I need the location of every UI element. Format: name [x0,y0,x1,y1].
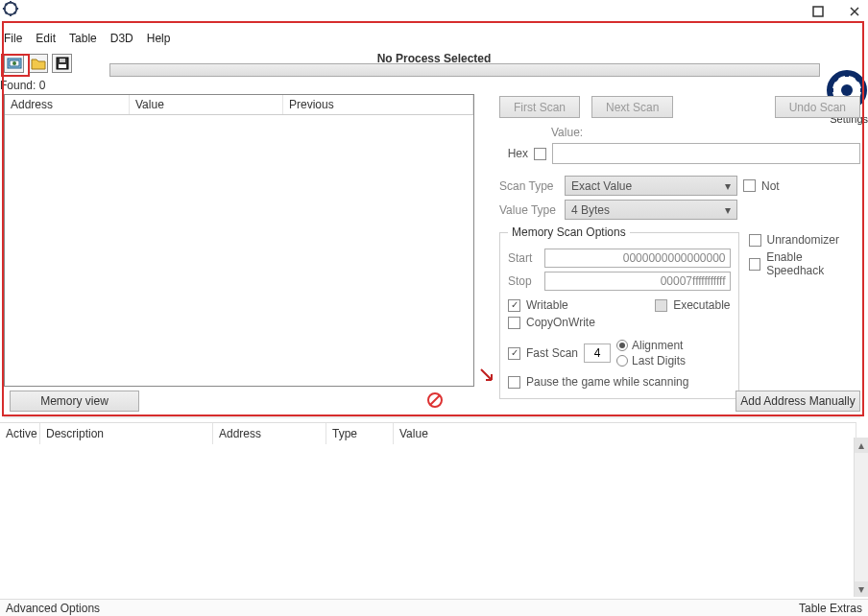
splitter[interactable] [4,415,860,418]
menu-table[interactable]: Table [69,32,97,45]
vertical-scrollbar[interactable]: ▴ ▾ [854,438,868,597]
col-description[interactable]: Description [40,423,213,444]
stop-label: Stop [508,274,539,288]
pause-label: Pause the game while scanning [526,375,688,389]
executable-label: Executable [673,298,730,312]
status-bar: Advanced Options Table Extras [0,599,868,616]
speedhack-checkbox[interactable] [749,258,761,271]
menu-help[interactable]: Help [147,32,171,45]
alignment-radio[interactable] [616,340,628,351]
copyonwrite-label: CopyOnWrite [526,316,595,329]
col-value2[interactable]: Value [394,423,856,444]
svg-point-9 [841,84,853,96]
not-label: Not [761,179,780,193]
hex-checkbox[interactable] [534,148,546,160]
table-extras-button[interactable]: Table Extras [799,602,862,614]
col-active[interactable]: Active [0,423,40,444]
speedhack-label: Enable Speedhack [766,250,860,277]
scan-type-label: Scan Type [499,179,559,193]
process-progress-bar [109,63,820,77]
titlebar [0,0,868,23]
start-input[interactable]: 0000000000000000 [544,249,731,268]
col-value[interactable]: Value [130,95,283,114]
add-to-list-arrow-icon[interactable] [478,367,495,384]
app-gear-icon [2,0,19,17]
results-header: Address Value Previous [5,95,473,115]
not-checkbox[interactable] [743,179,756,192]
stop-input[interactable]: 00007fffffffffff [544,272,731,291]
scan-type-value: Exact Value [571,179,632,193]
svg-rect-7 [60,59,65,62]
value-label: Value: [551,126,583,139]
undo-scan-button[interactable]: Undo Scan [775,96,860,118]
value-type-value: 4 Bytes [571,203,610,217]
fast-scan-input[interactable]: 4 [584,344,611,363]
last-digits-radio[interactable] [616,355,628,367]
next-scan-button[interactable]: Next Scan [591,96,673,118]
menu-bar: File Edit Table D3D Help [4,32,170,45]
scan-results-list[interactable]: Address Value Previous [4,94,474,387]
save-icon[interactable] [52,54,72,73]
copyonwrite-checkbox[interactable] [508,317,520,329]
start-label: Start [508,251,539,265]
col-type[interactable]: Type [326,423,394,444]
main-window: File Edit Table D3D Help No Process Sele… [0,0,868,616]
unrandomizer-label: Unrandomizer [767,233,839,247]
last-digits-label: Last Digits [632,354,686,367]
first-scan-button[interactable]: First Scan [499,96,580,118]
open-file-icon[interactable] [28,54,48,73]
svg-rect-6 [59,64,66,68]
svg-point-4 [12,61,16,65]
menu-d3d[interactable]: D3D [110,32,133,45]
chevron-down-icon: ▾ [725,203,731,217]
scroll-up-icon[interactable]: ▴ [855,438,868,453]
scroll-down-icon[interactable]: ▾ [855,581,868,597]
found-label: Found: 0 [0,79,45,92]
col-previous[interactable]: Previous [283,95,473,114]
memory-view-button[interactable]: Memory view [10,391,139,412]
toolbar [4,54,72,73]
memory-scan-options-legend: Memory Scan Options [508,225,630,239]
alignment-label: Alignment [632,339,683,352]
svg-rect-1 [813,7,823,16]
no-entry-icon[interactable] [426,391,444,409]
open-process-icon[interactable] [4,54,24,73]
memory-scan-options-group: Memory Scan Options Start 00000000000000… [499,225,739,399]
chevron-down-icon: ▾ [725,179,731,193]
address-table-header: Active Description Address Type Value [0,422,856,444]
menu-edit[interactable]: Edit [36,32,56,45]
scan-panel: First Scan Next Scan Undo Scan Value: He… [499,96,860,399]
menu-file[interactable]: File [4,32,22,45]
svg-line-11 [430,395,440,405]
col-address2[interactable]: Address [213,423,326,444]
executable-checkbox[interactable] [655,299,667,312]
unrandomizer-checkbox[interactable] [749,234,761,247]
add-address-manually-button[interactable]: Add Address Manually [735,391,860,412]
writable-label: Writable [526,298,568,312]
maximize-icon[interactable] [808,2,828,21]
fast-scan-label: Fast Scan [526,346,578,360]
pause-checkbox[interactable] [508,376,520,389]
close-icon[interactable] [845,2,864,21]
value-type-dropdown[interactable]: 4 Bytes ▾ [565,200,737,220]
writable-checkbox[interactable] [508,299,520,312]
col-address[interactable]: Address [5,95,130,114]
scan-type-dropdown[interactable]: Exact Value ▾ [565,176,737,196]
value-type-label: Value Type [499,203,559,217]
value-input[interactable] [552,143,860,164]
advanced-options-button[interactable]: Advanced Options [6,602,100,614]
fast-scan-checkbox[interactable] [508,347,520,360]
hex-label: Hex [499,147,528,160]
